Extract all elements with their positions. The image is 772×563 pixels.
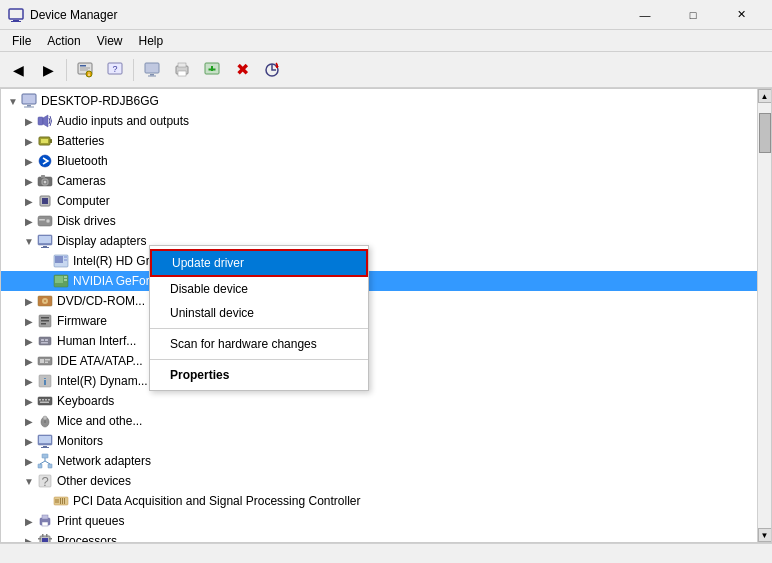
icon-ide [37,353,53,369]
expand-icon-display[interactable]: ▼ [21,233,37,249]
svg-point-78 [43,416,47,420]
toolbar-scan[interactable] [258,56,286,84]
toolbar-properties[interactable] [71,56,99,84]
scroll-thumb[interactable] [759,113,771,153]
svg-rect-29 [50,139,52,143]
tree-item-ide[interactable]: ▶ IDE ATA/ATAP... [1,351,757,371]
tree-label-pci: PCI Data Acquisition and Signal Processi… [73,494,360,508]
icon-dvd [37,293,53,309]
toolbar-printer[interactable] [168,56,196,84]
expand-icon-audio[interactable]: ▶ [21,113,37,129]
ctx-disable-device[interactable]: Disable device [150,277,368,301]
scrollbar[interactable]: ▲ ▼ [757,89,771,542]
tree-item-intel-gpu[interactable]: ▶ Intel(R) HD Graphics 520 [1,251,757,271]
expand-icon-batteries[interactable]: ▶ [21,133,37,149]
toolbar-back[interactable]: ◀ [4,56,32,84]
icon-audio [37,113,53,129]
scroll-down[interactable]: ▼ [758,528,772,542]
toolbar-add[interactable] [198,56,226,84]
icon-battery [37,133,53,149]
tree-label-root: DESKTOP-RDJB6GG [41,94,159,108]
menu-help[interactable]: Help [131,32,172,50]
tree-item-dvd[interactable]: ▶ DVD/CD-ROM... [1,291,757,311]
tree-item-batteries[interactable]: ▶ Batteries [1,131,757,151]
expand-icon-root[interactable]: ▼ [5,93,21,109]
tree-item-network[interactable]: ▶ Network adapters [1,451,757,471]
tree-item-processors[interactable]: ▶ Processors [1,531,757,542]
svg-rect-13 [150,74,154,76]
tree-item-mice[interactable]: ▶ Mice and othe... [1,411,757,431]
tree-label-processors: Processors [57,534,117,542]
tree-item-human[interactable]: ▶ Human Interf... [1,331,757,351]
tree-item-other[interactable]: ▼ ? Other devices [1,471,757,491]
svg-rect-72 [42,399,44,401]
tree-label-computer: Computer [57,194,110,208]
toolbar-forward[interactable]: ▶ [34,56,62,84]
main-panel: ▼ DESKTOP-RDJB6GG ▶ Audio [0,88,772,543]
expand-icon-monitors[interactable]: ▶ [21,433,37,449]
scroll-track [758,103,771,528]
tree-label-dvd: DVD/CD-ROM... [57,294,145,308]
tree-item-audio[interactable]: ▶ Audio inputs and outputs [1,111,757,131]
tree-item-print[interactable]: ▶ Print queues [1,511,757,531]
tree-item-cameras[interactable]: ▶ Cameras [1,171,757,191]
expand-icon-other[interactable]: ▼ [21,473,37,489]
close-button[interactable]: ✕ [718,0,764,30]
svg-text:i: i [44,377,47,387]
tree-label-keyboards: Keyboards [57,394,114,408]
svg-rect-0 [9,9,23,19]
ctx-properties[interactable]: Properties [150,363,368,387]
menu-view[interactable]: View [89,32,131,50]
tree-item-nvidia[interactable]: ▶ NVIDIA GeForce 940M [1,271,757,291]
maximize-button[interactable]: □ [670,0,716,30]
device-tree[interactable]: ▼ DESKTOP-RDJB6GG ▶ Audio [1,89,757,542]
expand-icon-processors[interactable]: ▶ [21,533,37,542]
expand-icon-disk[interactable]: ▶ [21,213,37,229]
expand-icon-dvd[interactable]: ▶ [21,293,37,309]
svg-rect-60 [39,337,51,345]
ctx-scan-hardware[interactable]: Scan for hardware changes [150,332,368,356]
minimize-button[interactable]: — [622,0,668,30]
icon-disk [37,213,53,229]
svg-point-55 [44,300,46,302]
expand-icon-cameras[interactable]: ▶ [21,173,37,189]
expand-icon-keyboards[interactable]: ▶ [21,393,37,409]
svg-line-87 [40,461,45,464]
tree-item-display[interactable]: ▼ Display adapters [1,231,757,251]
expand-icon-print[interactable]: ▶ [21,513,37,529]
toolbar-monitor[interactable] [138,56,166,84]
expand-icon-computer[interactable]: ▶ [21,193,37,209]
toolbar-help[interactable]: ? [101,56,129,84]
icon-human [37,333,53,349]
expand-icon-network[interactable]: ▶ [21,453,37,469]
ctx-sep-2 [150,359,368,360]
tree-item-monitors[interactable]: ▶ Monitors [1,431,757,451]
tree-item-keyboards[interactable]: ▶ Keyboards [1,391,757,411]
tree-label-network: Network adapters [57,454,151,468]
tree-item-firmware[interactable]: ▶ Firmware [1,311,757,331]
svg-rect-101 [42,534,44,537]
svg-rect-20 [209,68,216,70]
tree-item-root[interactable]: ▼ DESKTOP-RDJB6GG [1,91,757,111]
tree-item-disk[interactable]: ▶ Disk drives [1,211,757,231]
expand-icon-bluetooth[interactable]: ▶ [21,153,37,169]
svg-rect-47 [64,256,67,258]
ctx-update-driver[interactable]: Update driver [150,249,368,277]
tree-item-computer[interactable]: ▶ Computer [1,191,757,211]
tree-label-audio: Audio inputs and outputs [57,114,189,128]
toolbar-remove[interactable]: ✖ [228,56,256,84]
tree-label-disk: Disk drives [57,214,116,228]
expand-icon-intel-dyn[interactable]: ▶ [21,373,37,389]
tree-item-pci[interactable]: ▶ PCI Data Acquisition and Signal Proces… [1,491,757,511]
expand-icon-human[interactable]: ▶ [21,333,37,349]
tree-item-intel-dyn[interactable]: ▶ i Intel(R) Dynam... [1,371,757,391]
expand-icon-firmware[interactable]: ▶ [21,313,37,329]
expand-icon-ide[interactable]: ▶ [21,353,37,369]
scroll-up[interactable]: ▲ [758,89,772,103]
expand-icon-mice[interactable]: ▶ [21,413,37,429]
menu-action[interactable]: Action [39,32,88,50]
menu-file[interactable]: File [4,32,39,50]
tree-item-bluetooth[interactable]: ▶ Bluetooth [1,151,757,171]
ctx-uninstall-device[interactable]: Uninstall device [150,301,368,325]
svg-rect-26 [24,107,34,108]
